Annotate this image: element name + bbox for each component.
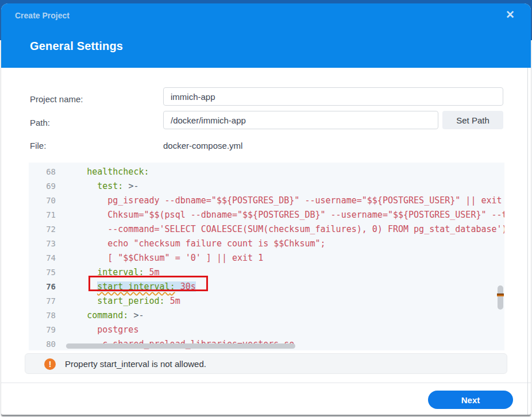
file-label: File:: [30, 141, 46, 150]
line-number: 69: [29, 179, 56, 194]
line-number: 76: [29, 280, 56, 294]
code-line: 72 --command='SELECT COALESCE(SUM(checks…: [29, 222, 504, 237]
code-line-text: --command='SELECT COALESCE(SUM(checksum_…: [56, 222, 504, 237]
vertical-scrollbar-thumb[interactable]: [498, 285, 503, 310]
code-token: echo "checksum failure count is $$Chksum…: [107, 238, 325, 249]
line-number: 74: [29, 251, 56, 265]
code-line: 69 test: >-: [29, 179, 504, 194]
project-name-label: Project name:: [30, 94, 83, 104]
code-line: 76 start_interval: 30s: [29, 280, 504, 294]
code-token: pg_isready --dbname="$${POSTGRES_DB}" --…: [107, 195, 502, 206]
code-line-text: command: >-: [56, 308, 144, 323]
code-line: 68 healthcheck:: [29, 165, 504, 179]
scrollbar-error-marker: [497, 294, 504, 296]
code-token: :: [170, 281, 175, 292]
line-number: 72: [29, 222, 56, 237]
validation-error-message: Property start_interval is not allowed.: [65, 354, 206, 374]
footer-divider: [1, 383, 531, 383]
code-line-text: test: >-: [56, 179, 138, 194]
code-line: 73 echo "checksum failure count is $$Chk…: [29, 237, 504, 251]
code-line-text: interval: 5m: [56, 265, 160, 280]
code-lines: 68 healthcheck:69 test: >-70 pg_isready …: [29, 165, 504, 350]
code-line-text: [ "$$Chksum" = '0' ] || exit 1: [56, 251, 263, 265]
project-name-input[interactable]: [163, 87, 503, 106]
code-token: [144, 267, 149, 277]
warning-icon: !: [44, 358, 56, 370]
page-title: General Settings: [30, 40, 123, 53]
code-line-text: start_interval: 30s: [56, 280, 196, 294]
code-line: 77 start_period: 5m: [29, 294, 504, 308]
code-token: [ "$$Chksum" = '0' ] || exit 1: [107, 253, 263, 263]
code-line-text: pg_isready --dbname="$${POSTGRES_DB}" --…: [56, 194, 502, 208]
line-number: 75: [29, 265, 56, 280]
code-line: 71 Chksum="$$(psql --dbname="$${POSTGRES…: [29, 208, 504, 222]
code-token: [165, 296, 170, 306]
horizontal-scrollbar-thumb[interactable]: [66, 343, 295, 349]
dialog-title: Create Project: [15, 11, 70, 20]
line-number: 79: [29, 323, 56, 337]
code-token: healthcheck:: [87, 167, 149, 177]
dialog-right-border: [527, 68, 528, 415]
code-token: >-: [128, 181, 138, 191]
code-token: [175, 281, 180, 292]
code-line: 79 postgres: [29, 323, 504, 337]
code-line-text: healthcheck:: [56, 165, 149, 179]
code-token: 30s: [180, 281, 196, 292]
code-line-text: postgres: [56, 323, 138, 337]
code-token: Chksum="$$(psql --dbname="$${POSTGRES_DB…: [107, 210, 504, 220]
line-number: 73: [29, 237, 56, 251]
file-value: docker-compose.yml: [163, 141, 242, 150]
code-line: 75 interval: 5m: [29, 265, 504, 280]
code-token: test:: [97, 181, 123, 191]
code-token: 5m: [149, 267, 160, 277]
yaml-code-editor[interactable]: 68 healthcheck:69 test: >-70 pg_isready …: [29, 163, 504, 350]
code-token: --command='SELECT COALESCE(SUM(checksum_…: [107, 224, 504, 234]
code-line: 78 command: >-: [29, 308, 504, 323]
highlighted-code-selection: start_interval: 30s: [97, 281, 196, 292]
code-token: start_period:: [97, 296, 164, 306]
code-token: 5m: [170, 296, 180, 306]
create-project-dialog: Create Project ✕ General Settings Projec…: [1, 3, 531, 415]
line-number: 70: [29, 194, 56, 208]
path-input[interactable]: [163, 111, 438, 129]
code-token: interval:: [97, 267, 144, 277]
dialog-header: Create Project ✕ General Settings: [1, 3, 531, 68]
line-number: 71: [29, 208, 56, 222]
code-line: 70 pg_isready --dbname="$${POSTGRES_DB}"…: [29, 194, 504, 208]
set-path-button[interactable]: Set Path: [442, 111, 503, 129]
line-number: 80: [29, 337, 56, 350]
code-line-text: Chksum="$$(psql --dbname="$${POSTGRES_DB…: [56, 208, 504, 222]
code-token: >-: [133, 310, 144, 321]
code-token: command:: [87, 310, 128, 321]
next-button[interactable]: Next: [428, 391, 513, 409]
code-line-text: echo "checksum failure count is $$Chksum…: [56, 237, 326, 251]
validation-error-banner: ! Property start_interval is not allowed…: [25, 353, 507, 374]
code-line: 74 [ "$$Chksum" = '0' ] || exit 1: [29, 251, 504, 265]
code-token: start_interval: [97, 281, 169, 292]
line-number: 78: [29, 308, 56, 323]
line-number: 68: [29, 165, 56, 179]
line-number: 77: [29, 294, 56, 308]
close-icon[interactable]: ✕: [506, 9, 515, 20]
code-line-text: start_period: 5m: [56, 294, 180, 308]
path-label: Path:: [30, 118, 50, 128]
code-token: postgres: [97, 325, 138, 335]
